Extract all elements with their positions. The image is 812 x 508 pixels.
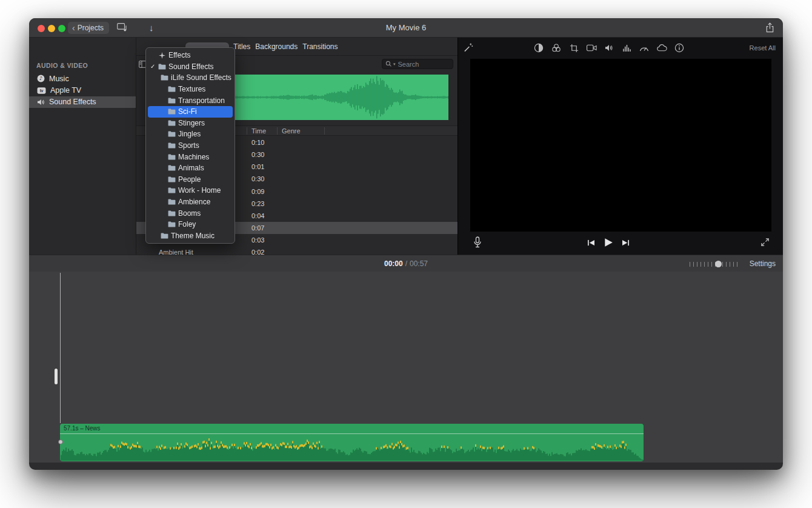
menu-item[interactable]: ✓ Transportation xyxy=(148,95,233,106)
row-time: 0:02 xyxy=(251,249,264,255)
svg-text:♪: ♪ xyxy=(39,76,42,82)
titlebar: ‹ Projects ↓ My Movie 6 xyxy=(29,18,783,38)
menu-item[interactable]: ✓ Machines xyxy=(148,151,233,162)
menu-item-label: Booms xyxy=(178,209,201,218)
timeline-area[interactable]: 57.1s – News xyxy=(29,272,783,463)
folder-icon xyxy=(168,210,176,216)
speed-icon[interactable] xyxy=(639,44,650,52)
tab-transitions[interactable]: Transitions xyxy=(302,42,338,51)
color-balance-icon[interactable] xyxy=(533,43,544,53)
row-time: 0:04 xyxy=(251,212,264,219)
adjust-toolbar xyxy=(533,42,685,53)
zoom-slider-thumb[interactable] xyxy=(715,261,722,267)
folder-icon xyxy=(168,176,176,182)
menu-item[interactable]: ✓ Booms xyxy=(148,207,233,219)
row-time: 0:30 xyxy=(251,151,264,158)
menu-item[interactable]: ✓ Sci-Fi xyxy=(148,106,233,118)
sidebar-item-label: Sound Effects xyxy=(49,98,96,106)
previous-frame-icon[interactable] xyxy=(587,239,595,246)
color-correction-icon[interactable] xyxy=(551,43,562,53)
folder-icon xyxy=(168,187,176,193)
column-header-genre[interactable]: Genre xyxy=(282,127,301,135)
sparkle-icon xyxy=(159,52,165,59)
menu-item[interactable]: ✓ Foley xyxy=(148,219,233,230)
clip-label: 57.1s – News xyxy=(64,425,101,432)
info-icon[interactable] xyxy=(674,43,685,53)
imovie-window: ‹ Projects ↓ My Movie 6 AUDIO & VIDEO ♪ … xyxy=(29,18,783,470)
search-scope-chevron-icon: ▾ xyxy=(393,62,396,67)
menu-item[interactable]: ✓ Theme Music xyxy=(148,230,233,242)
row-name: Ambient Hit xyxy=(159,249,193,255)
menu-item[interactable]: ✓ Sports xyxy=(148,140,233,152)
menu-item[interactable]: ✓ Animals xyxy=(148,162,233,174)
menu-item-label: Stingers xyxy=(178,119,205,127)
search-input[interactable] xyxy=(397,60,450,69)
tab-backgrounds[interactable]: Backgrounds xyxy=(255,42,298,51)
next-frame-icon[interactable] xyxy=(622,239,630,246)
svg-text:tv: tv xyxy=(40,89,44,93)
video-preview[interactable] xyxy=(470,59,771,232)
sidebar-item-sound-effects[interactable]: Sound Effects xyxy=(29,96,136,108)
menu-item[interactable]: ✓ Effects xyxy=(148,50,233,61)
effects-cloud-icon[interactable] xyxy=(656,44,667,52)
sidebar-header: AUDIO & VIDEO xyxy=(36,62,88,69)
menu-item-label: Machines xyxy=(178,153,209,161)
volume-line[interactable] xyxy=(60,433,644,434)
library-sidebar: AUDIO & VIDEO ♪ Music tv Apple TV Sound … xyxy=(29,38,136,255)
menu-item-label: Foley xyxy=(178,220,196,229)
menu-item-label: Jingles xyxy=(178,130,201,138)
menu-item-label: Transportation xyxy=(178,96,225,105)
menu-item[interactable]: ✓ iLife Sound Effects xyxy=(148,72,233,84)
menu-item-label: Sci-Fi xyxy=(178,107,197,116)
settings-button[interactable]: Settings xyxy=(750,259,776,268)
playhead[interactable] xyxy=(60,273,61,423)
sidebar-item-apple-tv[interactable]: tv Apple TV xyxy=(29,84,136,96)
play-icon[interactable] xyxy=(604,238,613,247)
noise-reduction-icon[interactable] xyxy=(621,44,632,52)
row-time: 0:23 xyxy=(251,200,264,207)
sound-effect-row[interactable]: Ambient Hit 0:02 xyxy=(136,246,458,255)
total-time: 00:57 xyxy=(410,259,428,268)
row-time: 0:30 xyxy=(251,175,264,182)
folder-icon xyxy=(158,64,166,70)
volume-icon[interactable] xyxy=(604,44,614,52)
menu-item-label: People xyxy=(178,175,201,184)
timeline-time-display: 00:00/00:57 xyxy=(29,259,783,268)
folder-icon xyxy=(168,98,176,104)
folder-icon xyxy=(168,131,176,137)
folder-icon xyxy=(161,75,168,81)
magic-wand-icon[interactable] xyxy=(463,42,473,53)
menu-item[interactable]: ✓ Ambience xyxy=(148,196,233,208)
audio-clip[interactable]: 57.1s – News xyxy=(60,424,644,461)
menu-item[interactable]: ✓ Work - Home xyxy=(148,185,233,196)
fullscreen-icon[interactable] xyxy=(760,238,770,247)
search-field[interactable]: ▾ xyxy=(382,59,453,69)
reset-all-button[interactable]: Reset All xyxy=(750,44,776,52)
column-header-time[interactable]: Time xyxy=(251,127,266,135)
menu-item-label: Theme Music xyxy=(171,232,215,240)
menu-item[interactable]: ✓ Sound Effects xyxy=(148,61,233,73)
menu-item-label: Textures xyxy=(178,85,205,93)
category-dropdown-menu: ✓ Effects ✓ Sound Effects xyxy=(145,47,235,244)
share-icon[interactable] xyxy=(765,22,774,33)
menu-item-label: Effects xyxy=(168,51,190,59)
menu-item-label: Sports xyxy=(178,141,199,150)
menu-item-label: Sound Effects xyxy=(168,62,214,71)
menu-item-label: iLife Sound Effects xyxy=(171,73,231,82)
timeline-zoom-slider[interactable] xyxy=(690,261,740,267)
column-divider xyxy=(247,127,247,135)
sidebar-item-music[interactable]: ♪ Music xyxy=(29,73,136,84)
search-icon xyxy=(385,61,392,67)
music-note-icon: ♪ xyxy=(37,75,45,82)
menu-item[interactable]: ✓ Jingles xyxy=(148,129,233,140)
stabilization-icon[interactable] xyxy=(586,44,597,52)
folder-icon xyxy=(168,109,176,115)
menu-item[interactable]: ✓ Stingers xyxy=(148,118,233,129)
fade-handle[interactable] xyxy=(58,439,63,444)
preview-waveform[interactable] xyxy=(233,75,448,120)
time-separator: / xyxy=(405,259,407,268)
crop-icon[interactable] xyxy=(568,44,579,53)
menu-item[interactable]: ✓ People xyxy=(148,174,233,185)
tab-titles[interactable]: Titles xyxy=(233,42,250,51)
menu-item[interactable]: ✓ Textures xyxy=(148,84,233,95)
